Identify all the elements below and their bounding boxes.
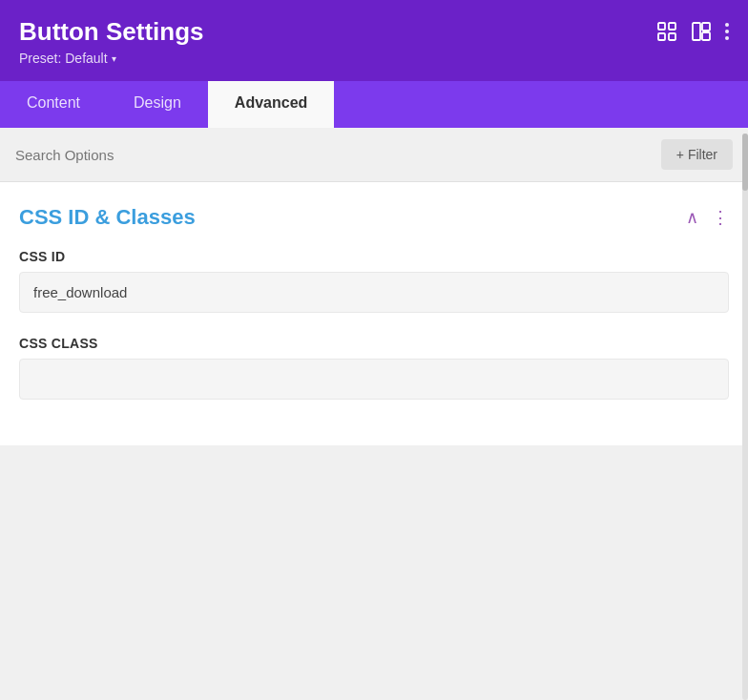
tab-advanced[interactable]: Advanced (208, 81, 334, 128)
tab-design[interactable]: Design (107, 81, 208, 128)
header-left: Button Settings Preset: Default ▾ (19, 17, 204, 66)
svg-rect-1 (669, 23, 675, 30)
search-bar: + Filter (0, 128, 748, 182)
svg-rect-2 (658, 33, 665, 40)
tabs-bar: Content Design Advanced (0, 81, 748, 128)
header-actions (656, 17, 729, 42)
main-content: CSS ID & Classes ∧ ⋮ CSS ID CSS Class (0, 182, 748, 445)
panel-title: Button Settings (19, 17, 204, 47)
svg-rect-4 (693, 23, 700, 40)
svg-rect-0 (658, 23, 665, 30)
scrollbar-thumb[interactable] (742, 134, 748, 191)
svg-rect-3 (669, 33, 675, 40)
search-input[interactable] (15, 147, 652, 163)
collapse-icon[interactable]: ∧ (686, 207, 698, 228)
panel-header: Button Settings Preset: Default ▾ (0, 0, 748, 81)
css-id-label: CSS ID (19, 249, 729, 264)
svg-rect-6 (702, 32, 710, 40)
css-id-field-group: CSS ID (19, 249, 729, 313)
more-options-icon[interactable] (725, 23, 729, 40)
css-class-field-group: CSS Class (19, 336, 729, 400)
preset-selector[interactable]: Preset: Default ▾ (19, 51, 204, 66)
focus-mode-icon[interactable] (656, 21, 677, 42)
button-settings-panel: Button Settings Preset: Default ▾ (0, 0, 748, 445)
preset-label: Preset: Default (19, 51, 108, 66)
css-class-label: CSS Class (19, 336, 729, 351)
preset-chevron-icon: ▾ (112, 53, 116, 64)
section-controls: ∧ ⋮ (686, 207, 729, 228)
section-title: CSS ID & Classes (19, 205, 196, 230)
css-class-input[interactable] (19, 359, 729, 400)
svg-rect-5 (702, 23, 710, 31)
css-id-input[interactable] (19, 272, 729, 313)
scrollbar-track (742, 134, 748, 700)
tab-content[interactable]: Content (0, 81, 107, 128)
layout-icon[interactable] (691, 21, 712, 42)
filter-button[interactable]: + Filter (661, 139, 733, 170)
section-header: CSS ID & Classes ∧ ⋮ (19, 205, 729, 230)
section-more-icon[interactable]: ⋮ (712, 207, 729, 228)
